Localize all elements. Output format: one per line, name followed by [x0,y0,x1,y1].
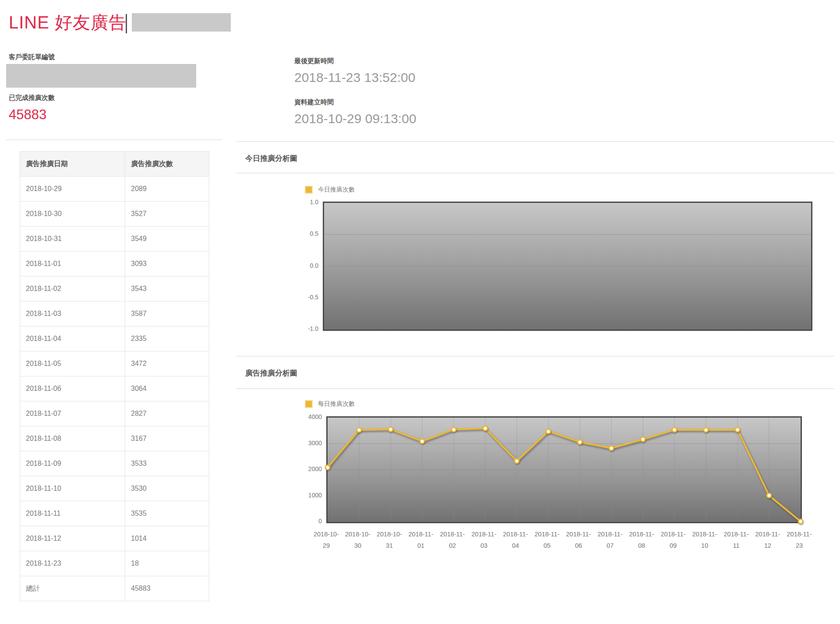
table-cell: 2018-11-11 [20,501,125,526]
table-cell: 2018-11-05 [20,351,125,376]
order-number-label: 客戶委託單編號 [9,53,55,61]
data-point-marker [452,427,456,432]
table-cell: 2018-11-09 [20,451,125,476]
title-separator [126,14,127,33]
table-cell: 3535 [125,501,209,526]
data-point-marker [546,429,551,433]
y-axis-tick-label: 1000 [287,491,322,500]
daily-chart-title: 廣告推廣分析圖 [245,368,297,378]
y-axis-tick-label: -1.0 [283,324,318,333]
y-axis-tick-label: 4000 [287,412,322,421]
y-axis-tick-label: -0.5 [283,293,318,301]
table-cell: 3064 [125,376,209,401]
table-cell: 2018-11-12 [20,526,125,551]
data-point-marker [420,439,424,443]
promo-table-header-row: 廣告推廣日期廣告推廣次數 [20,152,209,177]
y-axis-tick-label: 3000 [287,439,322,447]
section-divider [236,141,834,142]
data-point-marker [357,428,361,432]
table-cell: 45883 [125,576,209,601]
table-cell: 2018-11-07 [20,401,125,426]
section-divider [236,388,834,389]
last-updated-label: 最後更新時間 [294,57,334,65]
data-point-marker [735,428,740,432]
table-row: 2018-11-013093 [20,252,209,277]
daily-chart-plot [326,416,802,523]
completed-count-label: 已完成推廣次數 [9,94,55,102]
section-divider [236,356,834,357]
table-cell: 3587 [125,301,209,326]
y-axis-tick-label: 2000 [287,464,322,473]
table-row: 2018-10-292089 [20,177,209,202]
y-axis-tick-label: 0 [287,517,322,525]
table-cell: 2018-10-30 [20,202,125,227]
table-cell: 2335 [125,326,209,351]
table-row: 2018-11-042335 [20,326,209,351]
table-row: 2018-10-303527 [20,202,209,227]
table-cell: 1014 [125,526,209,551]
table-row: 2018-11-103530 [20,476,209,501]
table-cell: 2018-10-31 [20,227,125,252]
data-point-marker [609,446,614,450]
created-time-label: 資料建立時間 [294,98,334,106]
table-cell: 3093 [125,252,209,277]
table-row: 2018-11-033587 [20,301,209,326]
table-cell: 總計 [20,576,125,601]
data-point-marker [672,428,677,432]
y-axis-tick-label: 0.5 [283,229,318,238]
table-row: 2018-11-063064 [20,376,209,401]
table-cell: 2018-11-02 [20,277,125,301]
redacted-campaign-name [132,13,231,32]
table-cell: 2089 [125,177,209,202]
table-cell: 18 [125,551,209,576]
daily-chart-legend: 每日推廣次數 [305,400,355,408]
table-row: 2018-11-113535 [20,501,209,526]
data-point-marker [578,440,582,444]
chart-canvas [324,203,811,330]
data-point-marker [704,428,708,432]
left-section-divider [6,139,222,140]
table-row: 總計45883 [20,576,209,601]
data-point-marker [767,493,771,498]
table-cell: 3472 [125,351,209,376]
table-cell: 3530 [125,476,209,501]
redacted-order-number [6,64,196,88]
y-axis-tick-label: 1.0 [283,198,318,206]
page-title: LINE 好友廣告 [9,11,127,35]
table-cell: 3533 [125,451,209,476]
table-cell: 2018-11-23 [20,551,125,576]
table-cell: 3167 [125,426,209,451]
data-point-marker [515,459,519,463]
data-point-marker [483,426,487,431]
table-cell: 2827 [125,401,209,426]
table-cell: 2018-11-03 [20,301,125,326]
table-cell: 3543 [125,277,209,301]
table-row: 2018-11-053472 [20,351,209,376]
today-chart-plot [323,202,812,331]
promo-table: 廣告推廣日期廣告推廣次數 2018-10-2920892018-10-30352… [20,151,209,601]
table-row: 2018-11-2318 [20,551,209,576]
table-row: 2018-11-121014 [20,526,209,551]
table-cell: 2018-11-10 [20,476,125,501]
legend-label: 每日推廣次數 [318,400,355,408]
last-updated-value: 2018-11-23 13:52:00 [294,70,415,85]
today-chart-legend: 今日推廣次數 [305,186,355,194]
promo-table-col-header: 廣告推廣次數 [125,152,209,177]
table-row: 2018-11-023543 [20,277,209,301]
table-cell: 2018-11-04 [20,326,125,351]
table-cell: 2018-11-01 [20,252,125,277]
table-cell: 2018-11-08 [20,426,125,451]
legend-swatch-icon [305,400,313,408]
x-axis-tick-label: 2018-11-23 [781,528,818,551]
chart-canvas [328,418,801,522]
table-cell: 3527 [125,202,209,227]
y-axis-tick-label: 0.0 [283,261,318,270]
legend-swatch-icon [305,186,313,194]
series-line [328,429,801,521]
today-chart-title: 今日推廣分析圖 [245,153,297,163]
data-point-marker [641,437,645,442]
data-point-marker [798,519,803,524]
legend-label: 今日推廣次數 [318,186,355,194]
promo-table-col-header: 廣告推廣日期 [20,152,125,177]
section-divider [236,173,834,174]
